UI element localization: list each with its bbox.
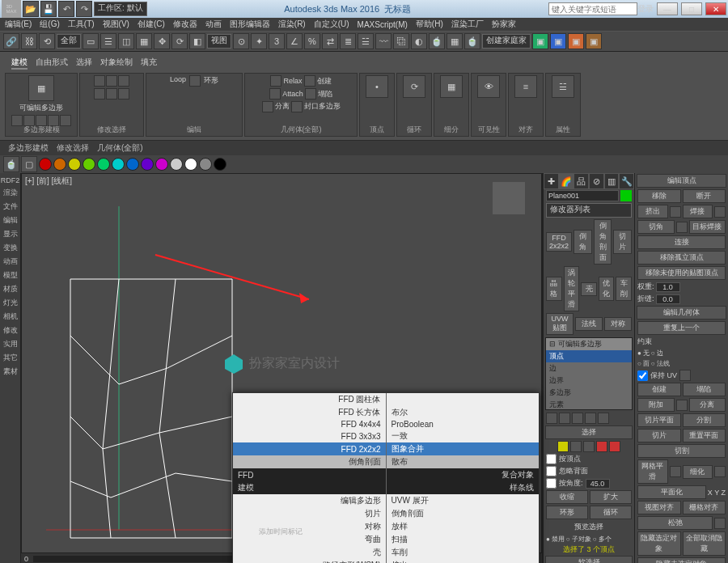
- menu-item[interactable]: 自定义(U): [314, 19, 349, 30]
- menu-item[interactable]: 扮家家: [492, 19, 516, 30]
- dock-tab[interactable]: 显示: [3, 229, 18, 239]
- viewport-label[interactable]: [+] [前] [线框]: [25, 176, 72, 187]
- modifier-list-dropdown[interactable]: 修改器列表: [546, 203, 632, 218]
- mod-btn[interactable]: 对称: [604, 317, 632, 331]
- menu-item[interactable]: 动画: [205, 19, 222, 30]
- popup-item[interactable]: 放样: [386, 520, 539, 533]
- ext-icon[interactable]: ▣: [586, 33, 602, 49]
- hierarchy-tab-icon[interactable]: 品: [574, 173, 589, 189]
- remove-unused-btn[interactable]: 移除未使用的贴图顶点: [637, 266, 726, 280]
- window-cross-icon[interactable]: ▦: [136, 33, 152, 49]
- maximize-button[interactable]: □: [681, 2, 702, 15]
- slice-btn[interactable]: 切片: [637, 429, 681, 442]
- popup-item[interactable]: 切片: [233, 507, 386, 520]
- utilities-tab-icon[interactable]: 🔧: [619, 173, 634, 189]
- sel-vertex-icon[interactable]: [557, 441, 569, 452]
- sel-elem-icon[interactable]: [609, 441, 620, 452]
- by-angle-check[interactable]: [546, 478, 557, 489]
- color-swatch[interactable]: [97, 158, 110, 171]
- menu-item[interactable]: 视图(V): [103, 19, 129, 30]
- object-color-swatch[interactable]: [620, 190, 632, 201]
- cut-btn[interactable]: 切割: [637, 444, 726, 458]
- popup-item[interactable]: 编辑多边形: [233, 494, 386, 507]
- grid-align-btn[interactable]: 栅格对齐: [683, 501, 726, 514]
- ext-icon[interactable]: ▣: [550, 33, 566, 49]
- popup-item[interactable]: 挤出: [386, 559, 539, 563]
- popup-item[interactable]: [386, 393, 539, 406]
- color-swatch[interactable]: [112, 158, 125, 171]
- save-icon[interactable]: 💾: [40, 1, 57, 17]
- popup-item[interactable]: 路径变形(WSM): [233, 559, 386, 563]
- popup-item[interactable]: 倒角剖面: [233, 455, 386, 468]
- relax-icon[interactable]: [270, 75, 281, 87]
- popup-item[interactable]: UVW 展开: [386, 494, 539, 507]
- extrude-set-icon[interactable]: [670, 206, 681, 218]
- stack-vertex[interactable]: 顶点: [546, 350, 632, 362]
- minimize-button[interactable]: —: [657, 2, 678, 15]
- preserve-uv-set-icon[interactable]: [679, 370, 691, 381]
- mirror-icon[interactable]: ⇄: [322, 33, 338, 49]
- tess-set-icon[interactable]: [714, 466, 726, 477]
- by-vertex-check[interactable]: [546, 454, 557, 464]
- color-swatch[interactable]: [68, 158, 81, 171]
- popup-item[interactable]: FFD 3x3x3: [233, 430, 386, 442]
- preview-multi[interactable]: 多个: [599, 535, 612, 544]
- color-swatch[interactable]: [141, 158, 154, 171]
- mod-btn[interactable]: 涡轮平滑: [564, 266, 580, 311]
- subrow-item[interactable]: 修改选择: [57, 142, 89, 154]
- mod-btn[interactable]: 车削: [616, 277, 632, 301]
- show-end-icon[interactable]: [559, 413, 570, 424]
- layers-icon[interactable]: ☱: [358, 33, 374, 49]
- stack-edge[interactable]: 边: [546, 362, 632, 375]
- dock-tab[interactable]: 材质: [3, 284, 18, 294]
- undo-icon[interactable]: ↶: [58, 1, 74, 17]
- link-icon[interactable]: 🔗: [3, 33, 19, 49]
- ring-icon[interactable]: [118, 75, 129, 87]
- menu-item[interactable]: 修改器: [173, 19, 197, 30]
- selection-rollout[interactable]: 选择: [545, 425, 633, 439]
- color-swatch[interactable]: [184, 158, 197, 171]
- popup-item[interactable]: 散布: [386, 455, 539, 468]
- angle-snap-icon[interactable]: ∠: [286, 33, 303, 49]
- create-tab-icon[interactable]: ✚: [544, 173, 559, 189]
- extra-dropdown[interactable]: 创建家庭家: [482, 34, 531, 49]
- msmooth-btn[interactable]: 网格平滑: [637, 459, 668, 484]
- redo-icon[interactable]: ↷: [76, 1, 92, 17]
- object-name-field[interactable]: Plane001: [546, 190, 619, 201]
- create-btn[interactable]: 创建: [637, 383, 681, 396]
- dock-tab[interactable]: 素材: [3, 366, 18, 377]
- pivot-icon[interactable]: ⊙: [233, 33, 249, 49]
- loop-btn[interactable]: Loop: [170, 75, 186, 87]
- popup-item[interactable]: 扫描: [386, 533, 539, 546]
- collapse-icon[interactable]: [305, 88, 316, 99]
- shrink-btn[interactable]: 收缩: [546, 490, 588, 504]
- stack-element[interactable]: 元素: [546, 399, 632, 410]
- create-icon[interactable]: [304, 75, 315, 87]
- select-name-icon[interactable]: ☰: [100, 33, 116, 49]
- extrude-btn[interactable]: 挤出: [637, 205, 668, 218]
- ribbon-tab[interactable]: 选择: [76, 57, 92, 70]
- popup-item[interactable]: 图象合并: [386, 442, 539, 455]
- display-tab-icon[interactable]: ▥: [604, 173, 620, 189]
- grow-icon[interactable]: [94, 75, 105, 87]
- step-sel-icon[interactable]: [118, 88, 129, 99]
- ribbon-tab[interactable]: 对象绘制: [100, 57, 133, 70]
- box-icon[interactable]: ▢: [21, 156, 37, 172]
- align-big-icon[interactable]: ≡: [514, 75, 537, 98]
- menu-item[interactable]: 工具(T): [68, 19, 95, 30]
- unlink-icon[interactable]: ⛓: [21, 33, 37, 49]
- split-btn[interactable]: 分割: [683, 413, 726, 427]
- mod-btn[interactable]: FFD 2x2x2: [546, 232, 572, 252]
- align-icon[interactable]: ≣: [340, 33, 356, 49]
- config-icon[interactable]: [598, 413, 609, 424]
- ribbon-tab[interactable]: 填充: [141, 57, 157, 70]
- preview-off[interactable]: 禁用: [552, 535, 565, 544]
- modify-tab-icon[interactable]: 🌈: [559, 173, 574, 189]
- chamfer-set-icon[interactable]: [676, 222, 688, 233]
- open-icon[interactable]: 📂: [23, 1, 39, 17]
- preview-subobj[interactable]: 子对象: [572, 535, 591, 544]
- popup-item[interactable]: 倒角剖面: [386, 507, 539, 520]
- remove-iso-btn[interactable]: 移除孤立顶点: [637, 251, 726, 265]
- mod-btn[interactable]: 倒角: [574, 230, 592, 254]
- ring-btn[interactable]: 环形: [204, 75, 218, 87]
